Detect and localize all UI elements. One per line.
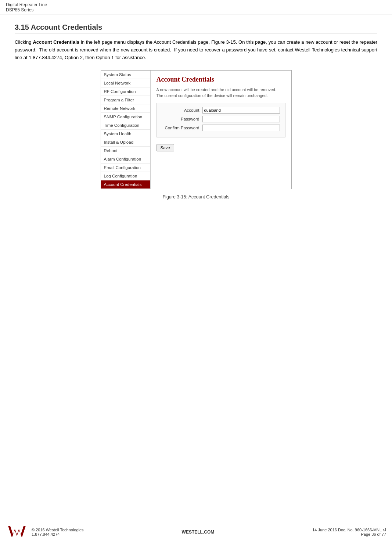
bold-term: Account Credentials: [33, 39, 79, 45]
footer-left: © 2016 Westell Technologies 1.877.844.42…: [6, 524, 84, 540]
westell-logo-icon: [6, 524, 28, 540]
body-paragraph: Clicking Account Credentials in the left…: [15, 39, 377, 61]
figure-caption: Figure 3-15: Account Credentials: [162, 194, 229, 200]
form-label-confirm-password: Confirm Password: [162, 126, 202, 130]
sidebar-item-system-health[interactable]: System Health: [101, 130, 150, 138]
footer-right: 14 June 2016 Doc. No. 960-1666-MNL rJ Pa…: [312, 528, 386, 536]
form-input-confirm-password[interactable]: [202, 125, 280, 131]
section-heading: 3.15 Account Credentials: [15, 23, 377, 33]
footer-page: Page 36 of 77: [361, 532, 386, 536]
sidebar-item-account-credentials[interactable]: Account Credentials: [101, 180, 150, 189]
footer-brand-block: © 2016 Westell Technologies 1.877.844.42…: [32, 528, 84, 536]
svg-marker-0: [8, 526, 26, 538]
sidebar-item-program-a-filter[interactable]: Program a Filter: [101, 96, 150, 104]
form-row-account: Account: [162, 107, 280, 114]
sidebar-item-system-status[interactable]: System Status: [101, 71, 150, 79]
form-input-password[interactable]: [202, 116, 280, 122]
info-line2: The current configuration of the device …: [157, 93, 285, 98]
info-line1: A new account will be created and the ol…: [157, 87, 285, 93]
screenshot-box: System StatusLocal NetworkRF Configurati…: [101, 70, 292, 189]
main-content: 3.15 Account Credentials Clicking Accoun…: [0, 14, 392, 240]
footer-brand: WESTELL.COM: [182, 530, 215, 535]
info-text: A new account will be created and the ol…: [157, 87, 285, 98]
sidebar-item-install-&-upload[interactable]: Install & Upload: [101, 138, 150, 147]
sidebar-item-log-configuration[interactable]: Log Configuration: [101, 172, 150, 180]
figure-container: System StatusLocal NetworkRF Configurati…: [15, 70, 377, 200]
sidebar-item-reboot[interactable]: Reboot: [101, 147, 150, 155]
form-box: AccountPasswordConfirm Password: [157, 103, 285, 137]
form-row-password: Password: [162, 116, 280, 122]
doc-header: Digital Repeater Line DSP85 Series: [0, 0, 392, 14]
sidebar-item-local-network[interactable]: Local Network: [101, 79, 150, 87]
save-button[interactable]: Save: [157, 144, 174, 151]
form-label-password: Password: [162, 117, 202, 121]
form-row-confirm-password: Confirm Password: [162, 125, 280, 131]
footer-doc-info: 14 June 2016 Doc. No. 960-1666-MNL rJ: [312, 528, 386, 532]
sidebar-item-alarm-configuration[interactable]: Alarm Configuration: [101, 155, 150, 164]
footer-copyright: © 2016 Westell Technologies: [32, 528, 84, 532]
footer-logo: © 2016 Westell Technologies 1.877.844.42…: [6, 524, 84, 540]
footer-phone: 1.877.844.4274: [32, 532, 84, 536]
sidebar-item-rf-configuration[interactable]: RF Configuration: [101, 87, 150, 96]
form-label-account: Account: [162, 108, 202, 112]
sidebar-item-time-configuration[interactable]: Time Configuration: [101, 121, 150, 130]
sidebar-item-remote-network[interactable]: Remote Network: [101, 104, 150, 113]
main-panel: Account Credentials A new account will b…: [151, 71, 291, 189]
sidebar: System StatusLocal NetworkRF Configurati…: [101, 71, 151, 189]
panel-title: Account Credentials: [157, 76, 285, 83]
sidebar-item-snmp-configuration[interactable]: SNMP Configuration: [101, 113, 150, 121]
doc-footer: © 2016 Westell Technologies 1.877.844.42…: [0, 522, 392, 542]
header-line1: Digital Repeater Line: [6, 2, 386, 7]
form-input-account[interactable]: [202, 107, 280, 114]
header-line2: DSP85 Series: [6, 7, 386, 12]
sidebar-item-email-configuration[interactable]: Email Configuration: [101, 164, 150, 172]
